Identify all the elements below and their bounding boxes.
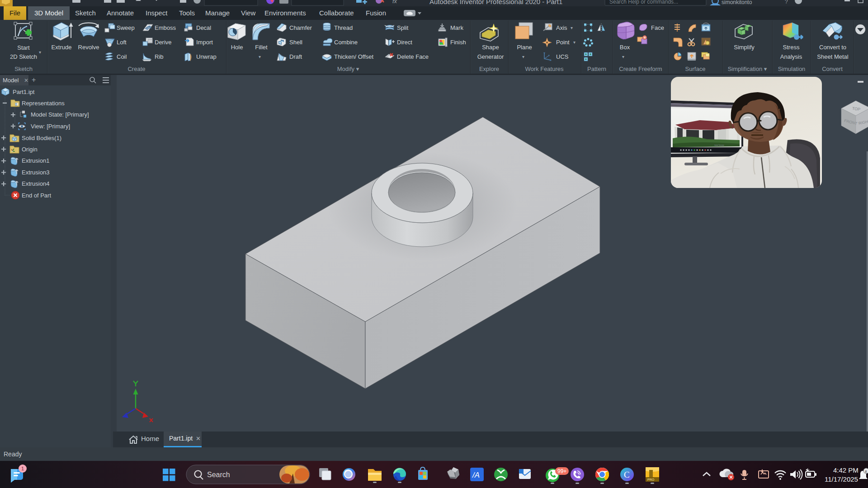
svg-text:?: ? [785, 0, 788, 5]
svg-text:/A: /A [472, 471, 480, 479]
svg-text:99+: 99+ [557, 468, 566, 474]
svg-text:11/17/2025: 11/17/2025 [825, 475, 858, 483]
svg-text:Autodesk Inventor Professional: Autodesk Inventor Professional 2020 - Pa… [429, 0, 562, 5]
svg-text:fx: fx [392, 0, 397, 5]
svg-text:simonkitonto: simonkitonto [722, 0, 752, 5]
svg-text:Search: Search [207, 471, 230, 479]
svg-text:Search Help or commands...: Search Help or commands... [609, 0, 678, 5]
svg-text:new house: new house [714, 144, 724, 146]
svg-text:4:42 PM: 4:42 PM [833, 466, 859, 474]
svg-text:1: 1 [21, 466, 24, 471]
svg-text:C: C [624, 470, 630, 479]
svg-text:PRO: PRO [647, 478, 655, 481]
svg-text:8: 8 [865, 469, 867, 474]
